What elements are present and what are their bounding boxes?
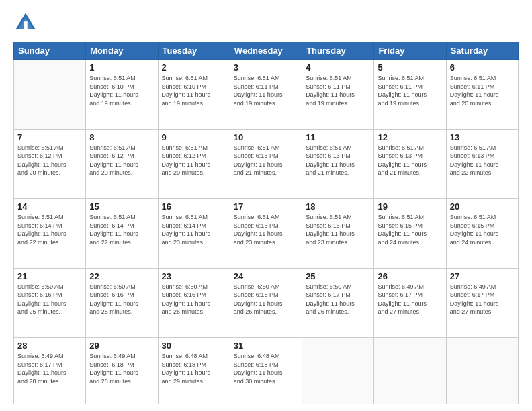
calendar-cell: 21Sunrise: 6:50 AM Sunset: 6:16 PM Dayli…	[14, 268, 86, 338]
day-info: Sunrise: 6:49 AM Sunset: 6:17 PM Dayligh…	[378, 283, 442, 316]
calendar-day-header: Friday	[374, 42, 446, 60]
calendar-cell: 31Sunrise: 6:48 AM Sunset: 6:18 PM Dayli…	[230, 338, 302, 404]
calendar-cell: 9Sunrise: 6:51 AM Sunset: 6:12 PM Daylig…	[158, 129, 230, 199]
day-info: Sunrise: 6:51 AM Sunset: 6:11 PM Dayligh…	[378, 74, 442, 107]
day-number: 31	[234, 340, 298, 351]
day-info: Sunrise: 6:51 AM Sunset: 6:12 PM Dayligh…	[89, 144, 154, 177]
day-number: 15	[89, 201, 154, 212]
svg-rect-2	[24, 21, 27, 29]
calendar-cell: 20Sunrise: 6:51 AM Sunset: 6:15 PM Dayli…	[446, 199, 518, 269]
day-info: Sunrise: 6:51 AM Sunset: 6:15 PM Dayligh…	[450, 213, 515, 246]
day-number: 11	[306, 132, 370, 142]
day-number: 12	[378, 132, 442, 142]
day-number: 1	[89, 62, 154, 73]
day-number: 17	[234, 201, 298, 212]
day-info: Sunrise: 6:51 AM Sunset: 6:14 PM Dayligh…	[162, 213, 226, 246]
day-info: Sunrise: 6:49 AM Sunset: 6:17 PM Dayligh…	[17, 352, 82, 385]
calendar-cell	[374, 338, 446, 404]
day-number: 28	[17, 340, 82, 351]
day-info: Sunrise: 6:51 AM Sunset: 6:12 PM Dayligh…	[162, 144, 226, 177]
day-info: Sunrise: 6:50 AM Sunset: 6:16 PM Dayligh…	[89, 283, 154, 316]
calendar-week-row: 7Sunrise: 6:51 AM Sunset: 6:12 PM Daylig…	[14, 129, 519, 199]
day-number: 26	[378, 271, 442, 281]
calendar-cell: 23Sunrise: 6:50 AM Sunset: 6:16 PM Dayli…	[158, 268, 230, 338]
calendar-cell	[302, 338, 374, 404]
day-number: 16	[162, 201, 226, 212]
logo	[13, 11, 40, 35]
calendar-cell: 14Sunrise: 6:51 AM Sunset: 6:14 PM Dayli…	[14, 199, 86, 269]
calendar-cell: 15Sunrise: 6:51 AM Sunset: 6:14 PM Dayli…	[86, 199, 158, 269]
day-info: Sunrise: 6:50 AM Sunset: 6:17 PM Dayligh…	[306, 283, 370, 316]
logo-icon	[13, 11, 38, 35]
day-number: 3	[234, 62, 298, 73]
calendar-cell	[446, 338, 518, 404]
day-info: Sunrise: 6:51 AM Sunset: 6:13 PM Dayligh…	[378, 144, 442, 177]
calendar-cell: 16Sunrise: 6:51 AM Sunset: 6:14 PM Dayli…	[158, 199, 230, 269]
calendar-cell: 17Sunrise: 6:51 AM Sunset: 6:15 PM Dayli…	[230, 199, 302, 269]
calendar-table: SundayMondayTuesdayWednesdayThursdayFrid…	[13, 42, 519, 404]
day-number: 7	[17, 132, 82, 142]
day-number: 19	[378, 201, 442, 212]
day-number: 8	[89, 132, 154, 142]
calendar-cell: 3Sunrise: 6:51 AM Sunset: 6:11 PM Daylig…	[230, 60, 302, 130]
day-info: Sunrise: 6:51 AM Sunset: 6:13 PM Dayligh…	[234, 144, 298, 177]
day-info: Sunrise: 6:51 AM Sunset: 6:15 PM Dayligh…	[378, 213, 442, 246]
calendar-cell: 13Sunrise: 6:51 AM Sunset: 6:13 PM Dayli…	[446, 129, 518, 199]
calendar-cell: 1Sunrise: 6:51 AM Sunset: 6:10 PM Daylig…	[86, 60, 158, 130]
calendar-cell: 26Sunrise: 6:49 AM Sunset: 6:17 PM Dayli…	[374, 268, 446, 338]
day-info: Sunrise: 6:50 AM Sunset: 6:16 PM Dayligh…	[162, 283, 226, 316]
calendar-cell: 7Sunrise: 6:51 AM Sunset: 6:12 PM Daylig…	[14, 129, 86, 199]
calendar-cell: 11Sunrise: 6:51 AM Sunset: 6:13 PM Dayli…	[302, 129, 374, 199]
calendar-cell: 6Sunrise: 6:51 AM Sunset: 6:11 PM Daylig…	[446, 60, 518, 130]
day-number: 21	[17, 271, 82, 281]
day-number: 18	[306, 201, 370, 212]
calendar-day-header: Sunday	[14, 42, 86, 60]
calendar-cell: 12Sunrise: 6:51 AM Sunset: 6:13 PM Dayli…	[374, 129, 446, 199]
day-info: Sunrise: 6:50 AM Sunset: 6:16 PM Dayligh…	[17, 283, 82, 316]
calendar-cell: 29Sunrise: 6:49 AM Sunset: 6:18 PM Dayli…	[86, 338, 158, 404]
day-number: 9	[162, 132, 226, 142]
calendar-day-header: Wednesday	[230, 42, 302, 60]
page: SundayMondayTuesdayWednesdayThursdayFrid…	[0, 0, 532, 411]
calendar-cell: 10Sunrise: 6:51 AM Sunset: 6:13 PM Dayli…	[230, 129, 302, 199]
day-number: 10	[234, 132, 298, 142]
calendar-cell: 4Sunrise: 6:51 AM Sunset: 6:11 PM Daylig…	[302, 60, 374, 130]
calendar-week-row: 21Sunrise: 6:50 AM Sunset: 6:16 PM Dayli…	[14, 268, 519, 338]
day-info: Sunrise: 6:48 AM Sunset: 6:18 PM Dayligh…	[234, 352, 298, 385]
calendar-cell: 25Sunrise: 6:50 AM Sunset: 6:17 PM Dayli…	[302, 268, 374, 338]
day-info: Sunrise: 6:51 AM Sunset: 6:13 PM Dayligh…	[306, 144, 370, 177]
day-number: 23	[162, 271, 226, 281]
calendar-cell: 22Sunrise: 6:50 AM Sunset: 6:16 PM Dayli…	[86, 268, 158, 338]
day-info: Sunrise: 6:51 AM Sunset: 6:12 PM Dayligh…	[17, 144, 82, 177]
day-info: Sunrise: 6:51 AM Sunset: 6:10 PM Dayligh…	[89, 74, 154, 107]
day-info: Sunrise: 6:51 AM Sunset: 6:11 PM Dayligh…	[450, 74, 515, 107]
day-number: 14	[17, 201, 82, 212]
day-info: Sunrise: 6:49 AM Sunset: 6:18 PM Dayligh…	[89, 352, 154, 385]
calendar-cell: 30Sunrise: 6:48 AM Sunset: 6:18 PM Dayli…	[158, 338, 230, 404]
day-info: Sunrise: 6:51 AM Sunset: 6:10 PM Dayligh…	[162, 74, 226, 107]
calendar-cell: 28Sunrise: 6:49 AM Sunset: 6:17 PM Dayli…	[14, 338, 86, 404]
calendar-day-header: Tuesday	[158, 42, 230, 60]
day-info: Sunrise: 6:51 AM Sunset: 6:11 PM Dayligh…	[306, 74, 370, 107]
day-number: 22	[89, 271, 154, 281]
day-number: 13	[450, 132, 515, 142]
day-info: Sunrise: 6:51 AM Sunset: 6:11 PM Dayligh…	[234, 74, 298, 107]
calendar-week-row: 1Sunrise: 6:51 AM Sunset: 6:10 PM Daylig…	[14, 60, 519, 130]
calendar-week-row: 14Sunrise: 6:51 AM Sunset: 6:14 PM Dayli…	[14, 199, 519, 269]
calendar-header-row: SundayMondayTuesdayWednesdayThursdayFrid…	[14, 42, 519, 60]
calendar-cell: 24Sunrise: 6:50 AM Sunset: 6:16 PM Dayli…	[230, 268, 302, 338]
calendar-cell: 8Sunrise: 6:51 AM Sunset: 6:12 PM Daylig…	[86, 129, 158, 199]
header	[13, 11, 519, 35]
day-info: Sunrise: 6:51 AM Sunset: 6:15 PM Dayligh…	[234, 213, 298, 246]
day-number: 29	[89, 340, 154, 351]
day-info: Sunrise: 6:51 AM Sunset: 6:14 PM Dayligh…	[89, 213, 154, 246]
day-number: 4	[306, 62, 370, 73]
calendar-cell	[14, 60, 86, 130]
calendar-day-header: Monday	[86, 42, 158, 60]
calendar-cell: 2Sunrise: 6:51 AM Sunset: 6:10 PM Daylig…	[158, 60, 230, 130]
day-info: Sunrise: 6:48 AM Sunset: 6:18 PM Dayligh…	[162, 352, 226, 385]
day-info: Sunrise: 6:50 AM Sunset: 6:16 PM Dayligh…	[234, 283, 298, 316]
day-info: Sunrise: 6:49 AM Sunset: 6:17 PM Dayligh…	[450, 283, 515, 316]
day-number: 24	[234, 271, 298, 281]
day-number: 25	[306, 271, 370, 281]
